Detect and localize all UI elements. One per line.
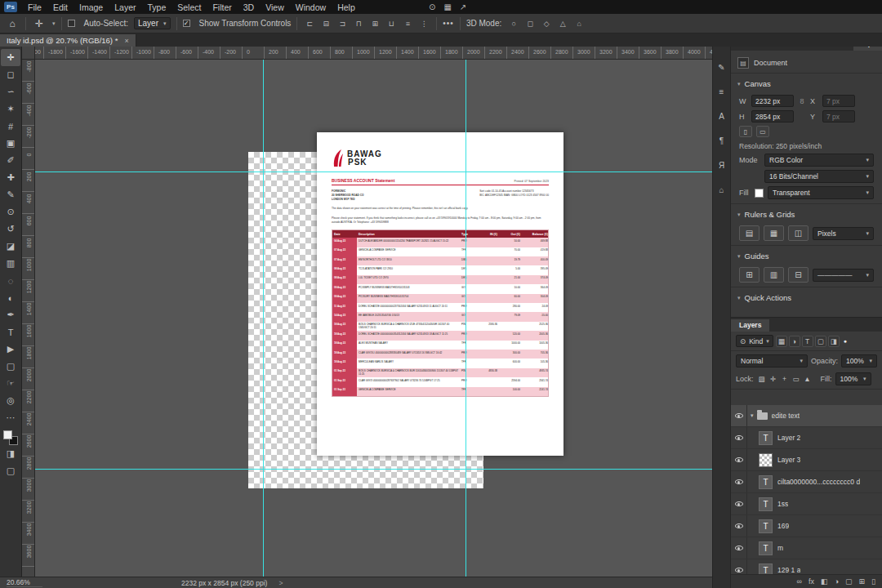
guide-style-select[interactable]: —————▾ [813, 269, 874, 282]
filter-adjustment-icon[interactable]: ◑ [789, 336, 800, 347]
type-tool[interactable]: T [1, 323, 20, 341]
menu-3d[interactable]: 3D [238, 2, 260, 13]
clear-guides-icon[interactable]: ⊟ [788, 267, 808, 283]
shape-tool[interactable]: ▢ [1, 358, 20, 375]
move-tool[interactable]: ✛ [1, 49, 20, 66]
bit-depth-select[interactable]: 16 Bits/Channel▾ [764, 170, 874, 183]
menu-file[interactable]: File [22, 2, 47, 13]
add-guide-icon[interactable]: ⊞ [739, 267, 760, 283]
filter-shape-icon[interactable]: ▢ [815, 336, 826, 347]
character-strip-icon[interactable]: A [715, 109, 729, 122]
zoom-tool[interactable]: ◎ [1, 392, 20, 409]
auto-select-dropdown[interactable]: Layer▾ [134, 17, 171, 29]
auto-select-checkbox[interactable] [68, 20, 75, 27]
layer-name[interactable]: Layer 3 [777, 456, 800, 464]
menu-image[interactable]: Image [74, 2, 109, 13]
dodge-tool[interactable]: ◐ [1, 289, 20, 306]
section-rulers-grids[interactable]: ▾Rulers & Grids [731, 203, 882, 222]
zoom-level-field[interactable]: 20.66% [7, 578, 42, 587]
new-group-icon[interactable]: ▢ [845, 577, 853, 586]
menu-window[interactable]: Window [290, 2, 332, 13]
show-transform-checkbox[interactable]: ✓ [183, 20, 190, 27]
align-top-icon[interactable]: ⊓ [352, 17, 365, 29]
layer-name[interactable]: m [777, 544, 783, 552]
quick-selection-tool[interactable]: ✶ [1, 100, 20, 118]
filter-type-icon[interactable]: T [802, 336, 813, 347]
home-icon[interactable]: ⌂ [5, 18, 20, 29]
distribute-v-icon[interactable]: ⋮ [417, 17, 430, 29]
eyedropper-tool[interactable]: ✐ [1, 152, 20, 169]
3d-scale-icon[interactable]: ⌂ [572, 17, 586, 29]
new-layer-icon[interactable]: ⊞ [859, 577, 866, 586]
distribute-h-icon[interactable]: ≡ [401, 17, 414, 29]
grid-toggle-icon[interactable]: ▦ [764, 225, 784, 241]
link-layers-icon[interactable]: ∞ [797, 577, 802, 586]
image-layer-thumbnail[interactable] [759, 453, 773, 467]
align-middle-icon[interactable]: ⊞ [368, 17, 381, 29]
layer-row[interactable]: Tm [731, 537, 882, 559]
3d-roll-icon[interactable]: ◻ [523, 17, 537, 29]
path-select-tool[interactable]: ▶ [1, 341, 20, 358]
layer-fill-field[interactable]: 100%▾ [835, 372, 871, 385]
frame-tool[interactable]: ▣ [1, 135, 20, 152]
section-canvas[interactable]: ▾Canvas [731, 73, 882, 91]
link-dimensions-icon[interactable]: 8 [798, 97, 806, 105]
height-field[interactable]: 2854 px [751, 110, 794, 122]
align-left-icon[interactable]: ⊏ [303, 17, 316, 29]
text-layer-thumbnail[interactable]: T [759, 541, 773, 555]
document-tab[interactable]: Italy id.psd @ 20.7% (RGB/16) * × [0, 34, 136, 47]
3d-rotate-icon[interactable]: ○ [507, 17, 520, 29]
visibility-toggle[interactable] [731, 559, 747, 574]
menu-view[interactable]: View [260, 2, 290, 13]
chevron-down-icon[interactable]: ▾ [52, 20, 56, 27]
visibility-toggle[interactable] [731, 427, 747, 448]
blur-tool[interactable]: ◌ [1, 272, 20, 289]
blend-mode-select[interactable]: Normal▾ [736, 354, 808, 368]
layer-row[interactable]: TLayer 2 [731, 427, 882, 449]
y-field[interactable]: 7 px [822, 110, 855, 122]
comments-strip-icon[interactable]: ≡ [715, 85, 729, 98]
visibility-toggle[interactable] [731, 449, 747, 470]
layer-name[interactable]: 1ss [777, 500, 788, 508]
workspace-icon[interactable]: ▦ [443, 2, 451, 11]
pen-tool[interactable]: ✒ [1, 306, 20, 323]
visibility-toggle[interactable] [731, 493, 747, 514]
share-icon[interactable]: ↗ [460, 2, 466, 11]
layer-row[interactable]: Layer 3 [731, 449, 882, 471]
history-brush-tool[interactable]: ↺ [1, 220, 20, 238]
clone-stamp-tool[interactable]: ⊙ [1, 203, 20, 220]
menu-select[interactable]: Select [172, 2, 207, 13]
lock-pixels-icon[interactable]: ✛ [768, 375, 778, 383]
color-mode-select[interactable]: RGB Color▾ [764, 154, 874, 167]
lasso-tool[interactable]: ∽ [1, 83, 20, 100]
eraser-tool[interactable]: ◪ [1, 238, 20, 255]
marquee-tool[interactable]: ◻ [1, 66, 20, 83]
layer-name[interactable]: 129 1 a [777, 566, 800, 574]
color-swatches[interactable] [3, 430, 18, 445]
align-bottom-icon[interactable]: ⊔ [385, 17, 398, 29]
text-layer-thumbnail[interactable]: T [759, 497, 773, 511]
align-center-h-icon[interactable]: ⊟ [319, 17, 332, 29]
vertical-ruler[interactable]: -800-600-400-200020040060080010001200140… [22, 60, 35, 577]
search-icon[interactable]: ⊙ [429, 2, 435, 11]
text-layer-thumbnail[interactable]: T [759, 431, 773, 445]
section-guides[interactable]: ▾Guides [731, 245, 882, 264]
history-strip-icon[interactable]: ✎ [715, 60, 729, 74]
filter-toggle-icon[interactable]: ● [844, 338, 847, 344]
add-mask-icon[interactable]: ◧ [821, 577, 828, 586]
text-layer-thumbnail[interactable]: T [759, 519, 773, 533]
menu-edit[interactable]: Edit [47, 2, 74, 13]
layer-row[interactable]: Tcilta0000000...cccccccc0 d [731, 471, 882, 493]
visibility-toggle[interactable] [731, 471, 747, 492]
lock-transparent-icon[interactable]: ▨ [757, 375, 767, 383]
visibility-toggle[interactable] [731, 515, 747, 537]
layer-name[interactable]: Layer 2 [777, 434, 800, 442]
foreground-color-swatch[interactable] [3, 430, 12, 439]
filter-smart-icon[interactable]: ◨ [828, 336, 840, 347]
menu-type[interactable]: Type [141, 2, 172, 13]
edit-toolbar-icon[interactable]: ⋯ [1, 409, 20, 426]
align-right-icon[interactable]: ⊐ [336, 17, 349, 29]
paragraph-strip-icon[interactable]: ¶ [715, 134, 729, 147]
filter-pixel-icon[interactable]: ▦ [776, 336, 787, 347]
status-options-arrow[interactable]: > [278, 579, 283, 587]
